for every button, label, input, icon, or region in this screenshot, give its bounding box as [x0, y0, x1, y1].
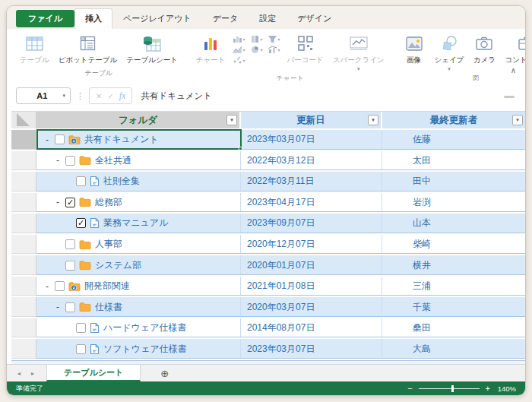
zoom-slider-handle[interactable]: [451, 385, 454, 392]
date-cell[interactable]: 2023年04月17日: [241, 193, 382, 213]
folder-cell[interactable]: - 仕様書: [36, 297, 241, 317]
tab-page-layout[interactable]: ページレイアウト: [112, 8, 202, 29]
previous-sheet-button[interactable]: ◂: [17, 370, 21, 377]
insert-function-icon[interactable]: fx: [119, 90, 126, 102]
collapse-toggle[interactable]: -: [54, 303, 62, 311]
formula-bar-resize-handle[interactable]: [504, 96, 515, 98]
date-cell[interactable]: 2021年01月08日: [241, 277, 382, 296]
tab-data[interactable]: データ: [202, 8, 249, 29]
row-checkbox[interactable]: [65, 302, 75, 312]
date-cell[interactable]: 2023年09月07日: [241, 214, 382, 233]
filter-button-folder[interactable]: ▾: [226, 115, 237, 125]
row-checkbox[interactable]: [65, 261, 75, 271]
zoom-in-button[interactable]: +: [486, 385, 490, 393]
date-cell[interactable]: 2022年03月12日: [241, 151, 382, 171]
image-button[interactable]: 画像: [399, 30, 429, 65]
row-checkbox[interactable]: [76, 323, 86, 333]
folder-cell[interactable]: ソフトウェア仕様書: [36, 339, 241, 359]
table-button[interactable]: テーブル: [16, 30, 53, 65]
combo-chart-type-button[interactable]: ▾: [266, 45, 282, 55]
folder-cell[interactable]: システム部: [36, 255, 241, 275]
date-cell[interactable]: 2020年01月07日: [241, 255, 382, 275]
confirm-entry-icon[interactable]: ✓: [107, 92, 113, 100]
name-box-dropdown-icon[interactable]: ▾: [62, 93, 65, 99]
folder-cell[interactable]: ✓ 業務マニュアル: [36, 214, 241, 233]
row-header[interactable]: [11, 151, 36, 171]
row-header[interactable]: [11, 235, 36, 255]
row-header[interactable]: [11, 193, 36, 213]
row-checkbox[interactable]: ✓: [76, 218, 86, 228]
collapse-toggle[interactable]: -: [54, 198, 62, 206]
date-cell[interactable]: 2020年03月07日: [241, 297, 382, 317]
user-cell[interactable]: 岩渕: [382, 193, 525, 213]
folder-cell[interactable]: - 共有ドキュメント: [36, 130, 241, 150]
shape-dropdown-icon[interactable]: ▾: [448, 66, 451, 72]
table-sheet-button[interactable]: テーブルシート: [122, 30, 182, 65]
filter-button-user[interactable]: ▾: [512, 115, 523, 125]
user-cell[interactable]: 柴崎: [382, 235, 525, 255]
tab-file[interactable]: ファイル: [16, 10, 74, 27]
row-checkbox[interactable]: [76, 344, 86, 354]
row-header[interactable]: [11, 172, 36, 192]
funnel-chart-type-button[interactable]: ▾: [266, 34, 282, 44]
folder-cell[interactable]: ハードウェア仕様書: [36, 318, 241, 338]
select-all-corner[interactable]: [11, 112, 36, 130]
user-cell[interactable]: 太田: [382, 151, 525, 171]
row-header[interactable]: [11, 339, 36, 359]
collapse-ribbon-button[interactable]: ∧: [511, 66, 516, 74]
zoom-level[interactable]: 140%: [496, 385, 516, 393]
row-checkbox[interactable]: ✓: [65, 198, 75, 207]
tab-design[interactable]: デザイン: [287, 8, 342, 29]
pivot-table-button[interactable]: ピボットテーブル: [55, 30, 122, 65]
tab-insert[interactable]: 挿入: [74, 8, 112, 29]
pie-chart-type-button[interactable]: ▾: [249, 45, 264, 55]
sparkline-button[interactable]: スパークライン ▾: [329, 30, 388, 72]
shape-button[interactable]: シェイプ ▾: [431, 30, 468, 72]
date-cell[interactable]: 2023年03月07日: [241, 130, 382, 150]
column-header-folder[interactable]: フォルダ ▾: [36, 112, 241, 130]
camera-button[interactable]: カメラ: [469, 30, 499, 65]
user-cell[interactable]: 大島: [382, 339, 525, 359]
user-cell[interactable]: 田中: [382, 172, 525, 192]
scatter-chart-type-button[interactable]: ▾: [231, 55, 247, 65]
sheet-tab-tablesheet[interactable]: テーブルシート: [46, 365, 141, 381]
row-checkbox[interactable]: [55, 281, 65, 291]
row-header[interactable]: [11, 277, 36, 296]
folder-cell[interactable]: - ✓ 総務部: [36, 193, 241, 213]
folder-cell[interactable]: 社則全集: [36, 172, 241, 192]
folder-cell[interactable]: - 全社共通: [36, 151, 241, 171]
bar-chart-type-button[interactable]: ▾: [231, 34, 247, 44]
user-cell[interactable]: 三浦: [382, 277, 525, 296]
user-cell[interactable]: 横井: [382, 255, 525, 275]
collapse-toggle[interactable]: -: [43, 136, 51, 144]
zoom-slider[interactable]: [419, 388, 480, 389]
filter-button-date[interactable]: ▾: [368, 115, 378, 125]
chart-button[interactable]: チャート: [192, 30, 230, 65]
date-cell[interactable]: 2022年03月11日: [241, 172, 382, 192]
column-header-date[interactable]: 更新日 ▾: [241, 112, 382, 130]
collapse-toggle[interactable]: -: [54, 157, 62, 164]
column-chart-type-button[interactable]: ▾: [249, 34, 264, 44]
row-checkbox[interactable]: [76, 176, 86, 186]
name-box[interactable]: A1 ▾: [16, 87, 71, 104]
row-header[interactable]: [11, 255, 36, 275]
formula-input[interactable]: 共有ドキュメント: [138, 90, 516, 102]
collapse-toggle[interactable]: -: [43, 283, 51, 290]
date-cell[interactable]: 2020年12月07日: [241, 235, 382, 255]
folder-cell[interactable]: 人事部: [36, 235, 241, 255]
add-sheet-button[interactable]: ⊕: [141, 365, 188, 381]
next-sheet-button[interactable]: ▸: [31, 370, 34, 377]
folder-cell[interactable]: - 開発部関連: [36, 277, 241, 296]
row-header[interactable]: [11, 130, 36, 150]
user-cell[interactable]: 佐藤: [382, 130, 525, 150]
date-cell[interactable]: 2023年03月07日: [241, 339, 382, 359]
area-chart-type-button[interactable]: ▾: [231, 45, 247, 55]
tab-settings[interactable]: 設定: [249, 8, 287, 29]
cancel-entry-icon[interactable]: ✕: [96, 92, 102, 100]
row-header[interactable]: [11, 318, 36, 338]
user-cell[interactable]: 千葉: [382, 297, 525, 317]
user-cell[interactable]: 桑田: [382, 318, 525, 338]
sparkline-dropdown-icon[interactable]: ▾: [357, 66, 360, 72]
row-checkbox[interactable]: [65, 239, 75, 249]
user-cell[interactable]: 山本: [382, 214, 525, 233]
